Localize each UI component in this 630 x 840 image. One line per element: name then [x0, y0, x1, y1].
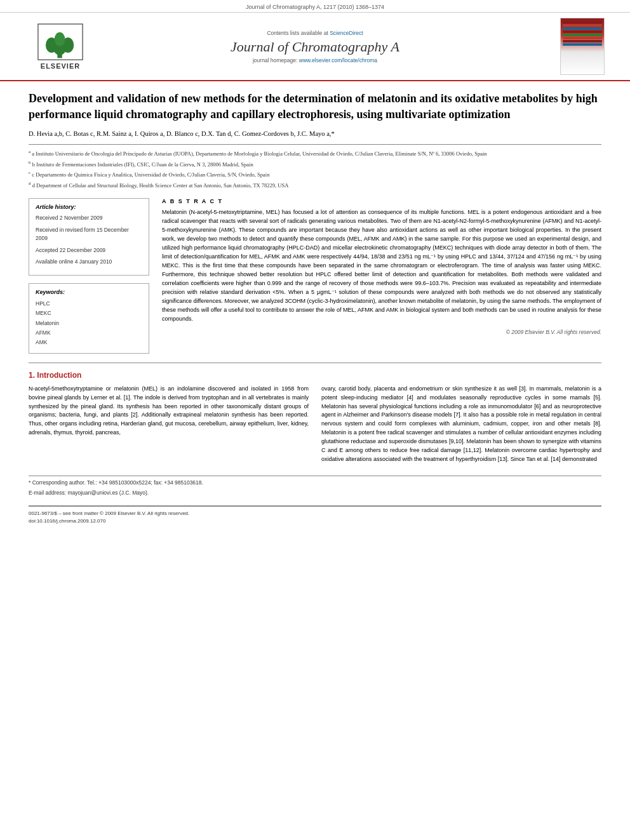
abstract-text: Melatonin (N-acetyl-5-metoxytriptamine, …	[162, 208, 601, 323]
cover-stripe-3	[563, 27, 602, 30]
copyright-line: © 2009 Elsevier B.V. All rights reserved…	[162, 329, 601, 335]
keywords-title: Keywords:	[36, 289, 142, 295]
sciencedirect-link[interactable]: ScienceDirect	[330, 30, 363, 36]
affiliation-d: d d Department of Cellular and Structura…	[29, 180, 601, 190]
article-title: Development and validation of new method…	[29, 91, 601, 123]
received-date: Received 2 November 2009	[36, 214, 142, 222]
keyword-mekc: MEKC	[36, 309, 142, 318]
keywords-list: HPLC MEKC Melatonin AFMK AMK	[36, 299, 142, 347]
journal-cover-image	[560, 18, 605, 75]
abstract-heading: A B S T R A C T	[162, 198, 601, 204]
accepted-date: Accepted 22 December 2009	[36, 246, 142, 255]
keywords-box: Keywords: HPLC MEKC Melatonin AFMK AMK	[29, 283, 149, 353]
right-column: A B S T R A C T Melatonin (N-acetyl-5-me…	[162, 198, 601, 353]
available-date: Available online 4 January 2010	[36, 258, 142, 266]
keyword-afmk: AFMK	[36, 328, 142, 338]
article-info-box: Article history: Received 2 November 200…	[29, 198, 149, 276]
article-body: Development and validation of new method…	[0, 81, 630, 538]
article-footer: 0021-9673/$ – see front matter © 2009 El…	[29, 505, 601, 524]
intro-right-text: ovary, carotid body, placenta and endome…	[321, 385, 601, 464]
page: Journal of Chromatography A, 1217 (2010)…	[0, 0, 630, 840]
intro-right-col: ovary, carotid body, placenta and endome…	[321, 385, 601, 469]
left-column: Article history: Received 2 November 200…	[29, 198, 149, 353]
article-info-title: Article history:	[36, 204, 142, 210]
elsevier-tree-icon	[35, 23, 86, 61]
cover-stripe-5	[563, 34, 602, 36]
affiliation-b: b b Instituto de Fermentaciones Industri…	[29, 159, 601, 169]
journal-url[interactable]: www.elsevier.com/locate/chroma	[299, 57, 377, 63]
email-address: mayojuan@uniovi.es	[67, 490, 117, 496]
elsevier-logo: ELSEVIER	[25, 23, 95, 70]
cover-stripe-7	[563, 40, 602, 43]
keyword-hplc: HPLC	[36, 299, 142, 309]
doi-line: doi:10.1016/j.chroma.2009.12.070	[29, 518, 601, 524]
cover-stripe-8	[563, 43, 602, 46]
elsevier-brand-text: ELSEVIER	[41, 62, 80, 70]
contents-available-line: Contents lists available at ScienceDirec…	[95, 30, 535, 36]
intro-left-col: N-acetyl-5methoxytryptamine or melatonin…	[29, 385, 309, 469]
intro-left-text: N-acetyl-5methoxytryptamine or melatonin…	[29, 385, 309, 438]
corresponding-note: * Corresponding author. Tel.: +34 985103…	[29, 479, 601, 486]
keyword-melatonin: Melatonin	[36, 319, 142, 328]
affiliation-a: a a Instituto Universitario de Oncologia…	[29, 149, 601, 158]
section-divider	[29, 363, 601, 363]
license-note: 0021-9673/$ – see front matter © 2009 El…	[29, 510, 601, 516]
email-line: E-mail address: mayojuan@uniovi.es (J.C.…	[29, 490, 601, 496]
received-revised-date: Received in revised form 15 December 200…	[36, 226, 142, 243]
abstract-section: A B S T R A C T Melatonin (N-acetyl-5-me…	[162, 198, 601, 335]
authors-line: D. Hevia a,b, C. Botas c, R.M. Sainz a, …	[29, 129, 601, 139]
keyword-amk: AMK	[36, 338, 142, 347]
affiliations: a a Instituto Universitario de Oncologia…	[29, 144, 601, 189]
journal-title-area: Contents lists available at ScienceDirec…	[95, 30, 535, 63]
affiliation-c: c c Departamento de Quimica Fisica y Ana…	[29, 170, 601, 179]
elsevier-logo-container: ELSEVIER	[25, 23, 95, 70]
cover-stripes	[561, 18, 604, 74]
cover-stripe-2	[563, 24, 602, 27]
introduction-section: 1. Introduction N-acetyl-5methoxytryptam…	[29, 371, 601, 469]
cover-stripe-6	[563, 37, 602, 39]
introduction-body: N-acetyl-5methoxytryptamine or melatonin…	[29, 385, 601, 469]
journal-cover-container	[535, 18, 605, 75]
article-info-abstract-layout: Article history: Received 2 November 200…	[29, 198, 601, 353]
journal-header: ELSEVIER Contents lists available at Sci…	[0, 13, 630, 81]
introduction-heading: 1. Introduction	[29, 371, 601, 380]
cover-stripe-1	[563, 21, 602, 23]
journal-citation: Journal of Chromatography A, 1217 (2010)…	[0, 0, 630, 13]
footnote-section: * Corresponding author. Tel.: +34 985103…	[29, 476, 601, 496]
svg-point-4	[55, 32, 65, 46]
journal-citation-text: Journal of Chromatography A, 1217 (2010)…	[246, 4, 384, 10]
cover-stripe-4	[563, 30, 602, 33]
journal-homepage: journal homepage: www.elsevier.com/locat…	[95, 57, 535, 63]
journal-title: Journal of Chromatography A	[95, 39, 535, 55]
